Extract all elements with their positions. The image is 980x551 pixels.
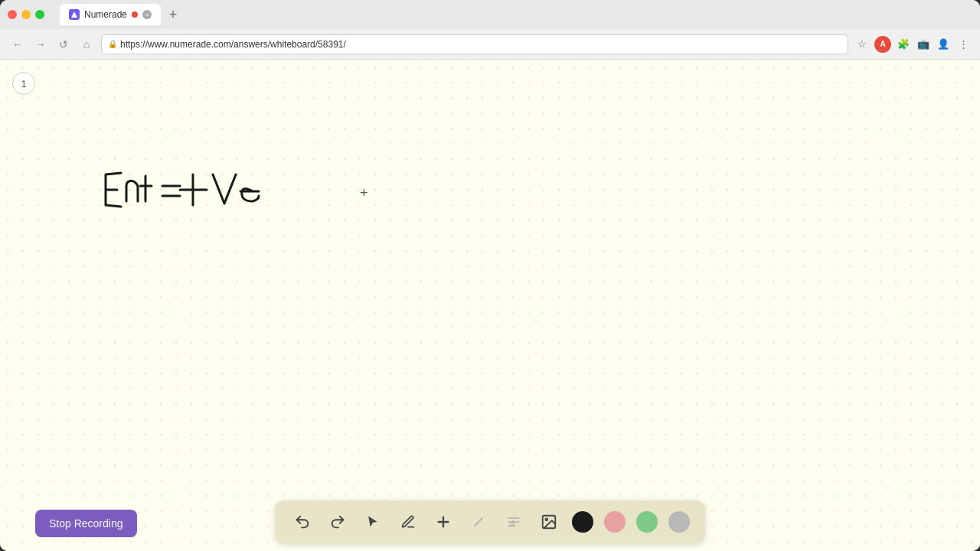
color-black-swatch[interactable] [572,511,593,533]
whiteboard-content[interactable]: 1 + [0,60,980,551]
traffic-lights [8,10,44,19]
undo-button[interactable] [290,510,315,534]
home-button[interactable]: ⌂ [78,36,95,53]
close-button[interactable] [8,10,17,19]
color-pink-swatch[interactable] [604,511,626,533]
tab-bar: Numerade × + [60,4,182,25]
maximize-button[interactable] [35,10,44,19]
select-tool-button[interactable] [361,510,385,534]
minimize-button[interactable] [21,10,31,19]
title-bar: Numerade × + [0,0,980,29]
equation-svg [92,159,337,220]
tab-favicon [69,9,80,20]
profile-icon[interactable]: A [874,36,891,53]
bookmark-icon[interactable]: ☆ [854,37,870,52]
browser-window: Numerade × + ← → ↺ ⌂ 🔒 https://www.numer… [0,0,980,551]
bottom-toolbar: A [275,500,705,543]
eraser-tool-button[interactable] [466,510,491,534]
equation-area [92,159,337,223]
svg-line-2 [475,518,482,526]
redo-button[interactable] [325,510,350,534]
text-tool-button[interactable]: A [501,510,526,534]
cursor-indicator: + [360,185,368,201]
address-bar[interactable]: 🔒 https://www.numerade.com/answers/white… [101,34,848,54]
browser-toolbar: ← → ↺ ⌂ 🔒 https://www.numerade.com/answe… [0,29,980,60]
svg-point-5 [545,518,547,520]
stop-recording-button[interactable]: Stop Recording [35,510,137,537]
toolbar-icons: ☆ A 🧩 📺 👤 ⋮ [854,36,971,53]
menu-icon[interactable]: ⋮ [956,37,971,52]
refresh-button[interactable]: ↺ [55,36,72,53]
tab-close-button[interactable]: × [142,10,152,19]
page-indicator: 1 [12,72,35,95]
back-button[interactable]: ← [9,36,26,53]
color-gray-swatch[interactable] [668,511,690,533]
active-tab[interactable]: Numerade × [60,4,161,25]
pen-tool-button[interactable] [396,510,420,534]
new-tab-button[interactable]: + [164,5,182,24]
user-icon[interactable]: 👤 [936,37,951,52]
tab-title: Numerade [84,9,127,20]
color-green-swatch[interactable] [636,511,658,533]
url-text: https://www.numerade.com/answers/whitebo… [120,39,346,50]
recording-indicator [132,11,138,18]
screen-share-icon[interactable]: 📺 [916,37,931,52]
forward-button[interactable]: → [32,36,49,53]
page-number: 1 [21,78,26,90]
image-tool-button[interactable] [537,510,561,534]
dot-grid-background [0,60,980,551]
add-tool-button[interactable] [431,510,456,534]
lock-icon: 🔒 [108,40,117,48]
svg-text:A: A [509,519,515,527]
extensions-icon[interactable]: 🧩 [896,37,911,52]
